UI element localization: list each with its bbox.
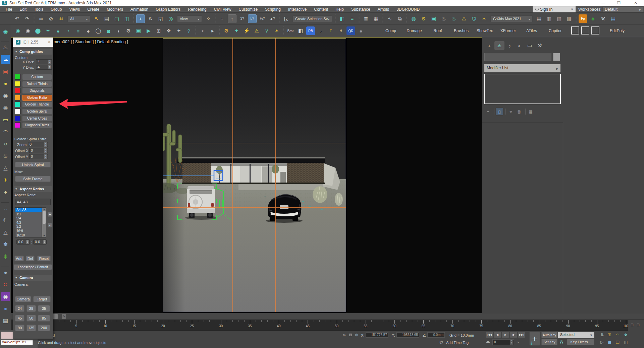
camera-rollout[interactable]: Camera bbox=[14, 275, 52, 281]
menu-interactive[interactable]: Interactive bbox=[284, 6, 310, 13]
aspect-add-button[interactable]: + bbox=[48, 212, 52, 217]
aspect-option[interactable]: 16:10 bbox=[16, 233, 42, 238]
minimize-button[interactable]: — bbox=[598, 0, 609, 6]
key-prev-icon[interactable]: ◀▶ bbox=[486, 340, 490, 344]
menu-file[interactable]: File bbox=[2, 6, 16, 13]
aspect-add2-button[interactable]: Add bbox=[14, 256, 24, 261]
mini-icon-3[interactable]: ◠ bbox=[616, 333, 619, 337]
set-key-button[interactable]: Set Key bbox=[541, 339, 557, 345]
playback-prev-button[interactable]: ◀| bbox=[494, 332, 501, 338]
aspect-option[interactable]: 3:2 bbox=[16, 225, 42, 229]
guide-button-center-cross[interactable]: Center Cross bbox=[22, 116, 52, 122]
mini-icon-2[interactable]: ⚿ bbox=[608, 333, 611, 337]
snaps-toggle-icon[interactable]: 3? bbox=[238, 14, 247, 23]
comp-guides-rollout[interactable]: Comp guides bbox=[14, 49, 52, 55]
rb-icon[interactable]: RB bbox=[306, 26, 315, 35]
configure-modifier-icon[interactable]: ▦ bbox=[527, 108, 534, 115]
maximize-button[interactable]: ❐ bbox=[613, 0, 625, 6]
camera-add-icon[interactable]: ◉ bbox=[23, 26, 32, 35]
dot-icon[interactable]: ∘ bbox=[198, 26, 207, 35]
guide-color-swatch[interactable] bbox=[15, 74, 20, 80]
lock-icon[interactable]: ⊠ bbox=[349, 333, 352, 337]
playback-play-button[interactable]: ▶ bbox=[502, 332, 509, 338]
select-by-name-icon[interactable]: ▤ bbox=[102, 14, 111, 23]
playback-start-button[interactable]: |◀◀ bbox=[486, 332, 493, 338]
ich-title-bar[interactable]: 3 ICH 2.55 ✕ bbox=[13, 38, 53, 47]
circle-light-icon[interactable]: ○ bbox=[1, 139, 10, 148]
cape-icon[interactable]: ❖ bbox=[164, 26, 173, 35]
aspect-option[interactable]: 4:3 bbox=[16, 221, 42, 225]
rotate-icon[interactable]: ↻ bbox=[146, 14, 155, 23]
rendered-frame-icon[interactable]: ▣ bbox=[429, 14, 438, 23]
camera-speaker-icon[interactable]: ◉ bbox=[1, 103, 10, 112]
window-play-icon[interactable]: ▶ bbox=[144, 26, 153, 35]
window-grid-icon[interactable]: ⊞ bbox=[154, 26, 163, 35]
tab-editpoly[interactable]: EditPoly bbox=[610, 25, 625, 37]
bind-spacewarp-icon[interactable]: ≋ bbox=[57, 14, 65, 23]
tree-icon[interactable]: ♠ bbox=[54, 26, 62, 35]
aspect-ratio-list[interactable]: A4, A31:15:44:33:216:916:10 bbox=[15, 207, 42, 237]
menu-content[interactable]: Content bbox=[310, 6, 332, 13]
tab-xformer[interactable]: XFormer bbox=[496, 25, 520, 37]
menu-substance[interactable]: Substance bbox=[347, 6, 374, 13]
pin-stack-icon[interactable]: ⌖ bbox=[484, 108, 492, 115]
createsel-dropdown[interactable]: Create Selection Se▼ bbox=[292, 15, 332, 22]
menu-modifiers[interactable]: Modifiers bbox=[103, 6, 127, 13]
magic-wand-icon[interactable]: ✶ bbox=[480, 14, 488, 23]
landscape-portrait-button[interactable]: Landscape / Portrait bbox=[14, 264, 52, 270]
pinwheel-icon[interactable]: ✦ bbox=[174, 26, 183, 35]
playback-end-button[interactable]: ▶▶| bbox=[518, 332, 525, 338]
layout-split-icon[interactable] bbox=[571, 26, 579, 34]
swirl-doc-icon[interactable]: ◔ bbox=[64, 26, 72, 35]
scene-explorer-icon[interactable]: ▨ bbox=[565, 14, 574, 23]
mini-icon-1[interactable]: ⇅ bbox=[600, 333, 604, 337]
camera-teal-icon[interactable]: ◉ bbox=[1, 27, 10, 36]
focal-45-button[interactable]: 45 bbox=[15, 315, 24, 322]
aspect-current-field[interactable]: A4, A3 bbox=[15, 199, 51, 205]
sphere-big-icon[interactable]: ● bbox=[1, 268, 10, 277]
render-window-icon[interactable]: ▣ bbox=[1, 67, 10, 76]
save-scene-icon[interactable]: ▧ bbox=[555, 14, 564, 23]
schematic-view-icon[interactable]: ⧉ bbox=[395, 14, 404, 23]
aspect-option[interactable]: 16:9 bbox=[16, 229, 42, 233]
camera-button[interactable]: Camera bbox=[15, 296, 31, 302]
viewport[interactable]: mera002 ] [ Standard ] [ Default Shading… bbox=[11, 37, 482, 313]
moon-icon[interactable]: ☾ bbox=[1, 216, 10, 225]
menu-tools[interactable]: Tools bbox=[30, 6, 47, 13]
pyramid-icon[interactable]: △ bbox=[1, 228, 10, 237]
guide-button-custom[interactable]: Custom bbox=[22, 74, 52, 80]
guide-button-diagonals[interactable]: Diagonals bbox=[22, 88, 52, 94]
render-iterative-icon[interactable]: ♨ bbox=[449, 14, 458, 23]
all-dropdown[interactable]: All▼ bbox=[67, 15, 90, 22]
object-name-field[interactable] bbox=[484, 53, 551, 61]
teapot-icon[interactable]: ♨ bbox=[1, 43, 10, 52]
maxscript-pink-line[interactable] bbox=[1, 332, 13, 339]
cloud-icon[interactable]: ☁ bbox=[1, 55, 10, 64]
guide-color-swatch[interactable] bbox=[15, 95, 20, 100]
t-orange-icon[interactable]: T bbox=[326, 26, 335, 35]
aspect-h-field[interactable]: 0.0▲▼ bbox=[33, 239, 47, 245]
guide-color-swatch[interactable] bbox=[15, 122, 20, 128]
teapot2-icon[interactable]: ♨ bbox=[1, 151, 10, 160]
tab-brushes[interactable]: Brushes bbox=[449, 25, 473, 37]
aspect-ratios-rollout[interactable]: Aspect Ratios bbox=[14, 186, 52, 192]
sign-in-button[interactable]: Sign In▼ bbox=[533, 6, 576, 12]
menu-rendering[interactable]: Rendering bbox=[184, 6, 210, 13]
utilities-tab-icon[interactable]: ⚒ bbox=[535, 41, 545, 50]
grass-icon[interactable]: ψ bbox=[1, 252, 10, 261]
x-coordinate-field[interactable]: 151776.57 bbox=[366, 332, 388, 338]
tab-damage[interactable]: Damage bbox=[402, 25, 426, 37]
y-coordinate-field[interactable]: 195613.65 bbox=[396, 332, 419, 338]
sphere-selected-icon[interactable]: ● bbox=[1, 304, 10, 313]
bulb-list-icon[interactable]: ● bbox=[1, 79, 10, 88]
focal-50-button[interactable]: 50 bbox=[26, 315, 36, 322]
focal-85-button[interactable]: 85 bbox=[38, 315, 50, 322]
help-circle-icon[interactable]: ? bbox=[184, 26, 193, 35]
focal-28-button[interactable]: 28 bbox=[26, 305, 36, 312]
pivot-icon[interactable]: ◎ bbox=[166, 14, 175, 23]
sphere-tan-icon[interactable]: ● bbox=[1, 188, 10, 197]
menu-customize[interactable]: Customize bbox=[235, 6, 262, 13]
target-button[interactable]: Target bbox=[33, 296, 51, 302]
align-icon[interactable]: ≡ bbox=[348, 14, 357, 23]
absolute-mode-icon[interactable]: ⊕ bbox=[355, 333, 358, 337]
